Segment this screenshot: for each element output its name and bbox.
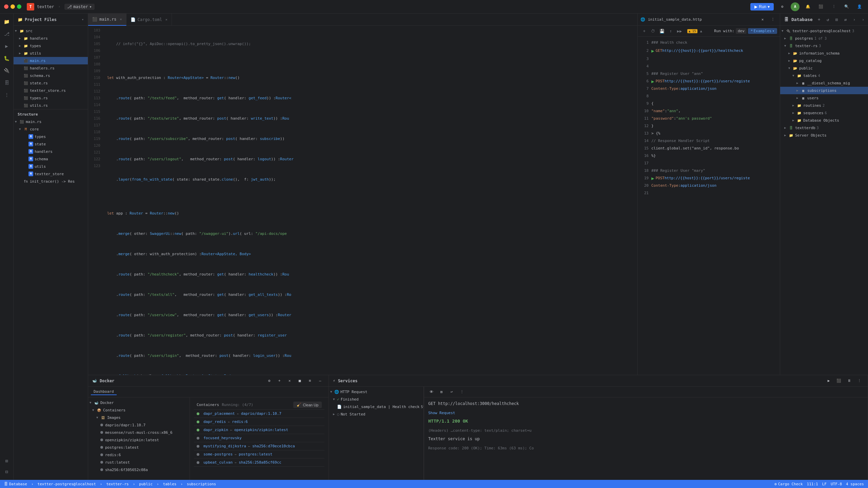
container-name-mystifying[interactable]: mystifying_dijkstra xyxy=(203,444,246,448)
db-item-textter-rs[interactable]: ▼ 🗄 textter-rs 3 xyxy=(780,42,868,49)
http-run-all-btn[interactable]: ▶▶ xyxy=(676,27,683,35)
run-button[interactable]: ▶ Run ▾ xyxy=(750,3,774,11)
db-refresh-btn[interactable]: ↺ xyxy=(824,16,832,23)
container-name-focused[interactable]: focused_heyrovsky xyxy=(203,436,242,440)
docker-tab-dashboard[interactable]: Dashboard xyxy=(91,389,117,395)
structure-init-tracer[interactable]: fn init_tracer() -> Res xyxy=(14,178,88,185)
docker-settings-btn[interactable]: ⚙ xyxy=(265,377,274,385)
docker-image-sha[interactable]: sha256:6f305652c08a xyxy=(88,466,190,473)
sidebar-icon-run[interactable]: ▶ xyxy=(1,41,12,52)
db-item-subscriptions[interactable]: ▶ ▦ subscriptions xyxy=(780,87,868,94)
db-item-routines[interactable]: ▶ 📁 routines 2 xyxy=(780,102,868,109)
status-indent[interactable]: 4 spaces xyxy=(846,482,864,486)
services-item-not-started[interactable]: ▶ ○ Not Started xyxy=(329,410,423,418)
help-button[interactable]: ⬛ xyxy=(816,2,825,11)
container-name-dapr-redis[interactable]: dapr_redis xyxy=(203,420,226,424)
status-public[interactable]: public xyxy=(139,482,153,486)
sidebar-icon-bottom[interactable]: ⊟ xyxy=(1,466,12,477)
db-add-btn[interactable]: + xyxy=(815,16,823,23)
minimize-button[interactable] xyxy=(11,4,15,9)
db-filter-btn[interactable]: ⊞ xyxy=(833,16,841,23)
http-close-btn[interactable]: ✕ xyxy=(758,15,767,24)
container-name-dapr-placement[interactable]: dapr_placement xyxy=(203,411,235,416)
db-item-server-objects[interactable]: ▶ 📁 Server Objects xyxy=(780,131,868,139)
status-subscriptions[interactable]: subscriptions xyxy=(187,482,216,486)
sidebar-icon-database[interactable]: 🗄 xyxy=(1,77,12,88)
http-more-btn[interactable]: ⋮ xyxy=(768,15,777,24)
tree-item-utils[interactable]: ▶ 📁 utils xyxy=(14,49,88,57)
db-more-btn[interactable]: › xyxy=(851,16,858,23)
db-item-postgres[interactable]: ▶ 🗄 postgres 1 of 3 xyxy=(780,35,868,42)
structure-utils[interactable]: M utils xyxy=(14,163,88,170)
db-item-info-schema[interactable]: ▶ 📂 information_schema xyxy=(780,49,868,57)
response-icon-wrap[interactable]: ↩ xyxy=(447,388,456,396)
status-position[interactable]: 111:1 xyxy=(807,482,818,486)
services-play-btn[interactable]: ▶ xyxy=(824,377,833,385)
tab-cargo-toml[interactable]: 📄 Cargo.toml ✕ xyxy=(126,14,172,26)
services-more-btn[interactable]: ⋮ xyxy=(855,377,864,385)
docker-image-musl[interactable]: messense/rust-musl-cross:x86_6 xyxy=(88,429,190,436)
docker-item-images[interactable]: ▼ 🖼 Images xyxy=(88,414,190,421)
tree-item-handlers-rs[interactable]: ⬛ handlers.rs xyxy=(14,64,88,72)
docker-item-containers[interactable]: ▼ 📦 Containers xyxy=(88,406,190,414)
status-pg-host[interactable]: textter-postgres@localhost xyxy=(38,482,96,486)
db-item-users[interactable]: ▶ ▦ users xyxy=(780,94,868,102)
structure-state[interactable]: M state xyxy=(14,140,88,148)
db-item-database-objects[interactable]: ▶ 📁 Database Objects xyxy=(780,117,868,124)
services-item-http[interactable]: ▼ 🌐 HTTP Request xyxy=(329,388,423,395)
docker-add-btn[interactable]: + xyxy=(275,377,284,385)
http-run-arrow-3[interactable]: ▶ xyxy=(651,175,654,182)
notifications-button[interactable]: 🔔 xyxy=(804,2,812,11)
container-image-upbeat[interactable]: sha256:258a85cf69cc xyxy=(239,460,281,465)
tab-main-rs[interactable]: ⬛ main.rs ✕ xyxy=(88,14,126,26)
services-item-healthcheck[interactable]: 📄 initial_sample_data | Health check St xyxy=(329,403,423,410)
structure-schema[interactable]: M schema xyxy=(14,155,88,163)
http-run-arrow-2[interactable]: ▶ xyxy=(651,78,654,85)
db-item-pg-catalog[interactable]: ▶ 📂 pg_catalog xyxy=(780,57,868,64)
search-button[interactable]: 🔍 xyxy=(842,2,851,11)
structure-core[interactable]: ▼ M core xyxy=(14,125,88,133)
services-item-finished[interactable]: ▼ ✓ Finished xyxy=(329,395,423,403)
status-line-ending[interactable]: LF xyxy=(822,482,827,486)
container-name-upbeat[interactable]: upbeat_culvan xyxy=(203,460,233,465)
sidebar-icon-terminal[interactable]: ⊞ xyxy=(1,455,12,466)
maximize-button[interactable] xyxy=(17,4,21,9)
services-stop-btn[interactable]: ⬛ xyxy=(834,377,843,385)
http-add-btn[interactable]: + xyxy=(640,27,648,35)
tree-item-utils-rs[interactable]: ⬛ utils.rs xyxy=(14,102,88,109)
container-image-dapr-placement[interactable]: daprio/dapr:1.10.7 xyxy=(241,411,281,416)
tree-item-types[interactable]: ▶ 📁 types xyxy=(14,42,88,49)
status-database[interactable]: 🗄 Database xyxy=(4,482,27,486)
status-encoding[interactable]: UTF-8 xyxy=(831,482,842,486)
tree-item-schema-rs[interactable]: ⬛ schema.rs xyxy=(14,72,88,79)
sidebar-icon-debug[interactable]: 🐛 xyxy=(1,53,12,64)
docker-image-zipkin[interactable]: openzipkin/zipkin:latest xyxy=(88,436,190,444)
tree-item-state-rs[interactable]: ⬛ state.rs xyxy=(14,79,88,87)
tab-close-cargo[interactable]: ✕ xyxy=(165,18,167,21)
db-item-tables[interactable]: ▼ 📁 tables 4 xyxy=(780,72,868,79)
status-cargo-check[interactable]: ⚙ Cargo Check xyxy=(774,482,803,486)
more-button[interactable]: ⋮ xyxy=(829,2,838,11)
db-connection-root[interactable]: ▼ 🔌 textter-postgres@localhost 3 xyxy=(780,27,868,35)
tree-item-types-rs[interactable]: ⬛ types.rs xyxy=(14,94,88,102)
docker-image-dapr[interactable]: daprio/dapr:1.10.7 xyxy=(88,421,190,429)
db-item-textterdb[interactable]: ▶ 🗄 textterdb 3 xyxy=(780,124,868,131)
container-name-some-postgres[interactable]: some-postgres xyxy=(203,452,233,456)
sidebar-icon-vcs[interactable]: ⎇ xyxy=(1,28,12,39)
tab-close-main[interactable]: ✕ xyxy=(120,17,122,21)
examples-button[interactable]: * Examples ▾ xyxy=(748,28,777,34)
container-image-dapr-redis[interactable]: redis:6 xyxy=(232,420,248,424)
services-pause-btn[interactable]: ⏸ xyxy=(845,377,853,385)
db-item-sequences[interactable]: ▶ 📁 sequences 6 xyxy=(780,109,868,117)
response-icon-filter[interactable]: ⊞ xyxy=(437,388,446,396)
container-image-dapr-zipkin[interactable]: openzipkin/zipkin:latest xyxy=(234,428,288,432)
user-button[interactable]: 👤 xyxy=(855,2,864,11)
http-export-btn[interactable]: ↑ xyxy=(667,27,674,35)
docker-stop-btn[interactable]: ■ xyxy=(295,377,304,385)
docker-close-btn[interactable]: ✕ xyxy=(285,377,294,385)
close-button[interactable] xyxy=(4,4,8,9)
branch-selector[interactable]: ⎇ master ▾ xyxy=(64,4,95,10)
settings-button[interactable]: ⚙ xyxy=(778,2,787,11)
code-editor[interactable]: ⬛ main.rs ✕ 📄 Cargo.toml ✕ 1031041051061… xyxy=(88,14,637,375)
docker-image-redis[interactable]: redis:6 xyxy=(88,451,190,459)
